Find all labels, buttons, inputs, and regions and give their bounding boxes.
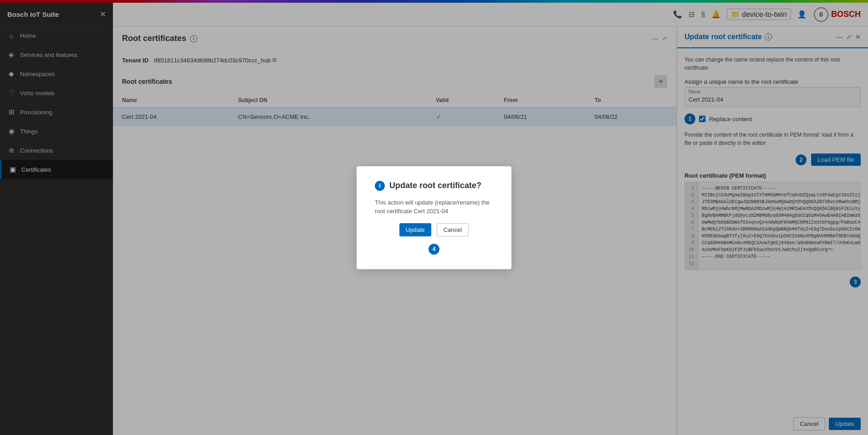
step4-badge: 4 (429, 244, 439, 255)
dialog-overlay: i Update root certificate? This action w… (0, 0, 868, 435)
dialog-title-text: Update root certificate? (389, 181, 481, 190)
dialog-update-button[interactable]: Update (399, 223, 431, 236)
dialog-info-icon: i (375, 181, 385, 191)
dialog-step4-row: 4 (375, 244, 493, 255)
dialog-cancel-button[interactable]: Cancel (437, 223, 469, 236)
confirm-dialog: i Update root certificate? This action w… (357, 166, 511, 269)
dialog-body: This action will update (replace/rename)… (375, 198, 493, 216)
dialog-footer: Update Cancel (375, 223, 493, 236)
dialog-title: i Update root certificate? (375, 181, 493, 191)
